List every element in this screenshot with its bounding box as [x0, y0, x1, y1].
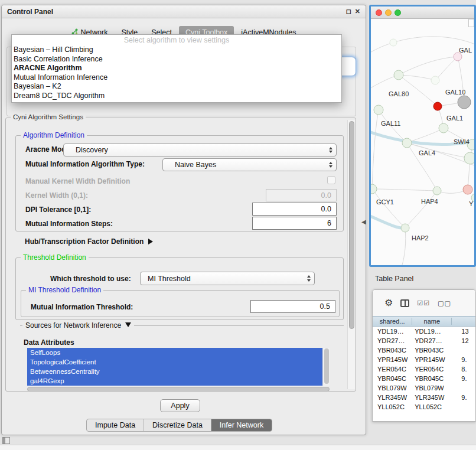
combo-arrows-icon	[329, 147, 332, 154]
attribute-item[interactable]: SelfLoops	[27, 348, 322, 357]
attribute-item[interactable]: BetweennessCentrality	[27, 367, 322, 376]
scrollbar-thumb[interactable]	[324, 348, 329, 384]
network-node[interactable]	[439, 123, 448, 133]
column-header[interactable]: name	[412, 318, 452, 325]
bottom-tab-infer-network[interactable]: Infer Network	[211, 419, 272, 431]
network-node[interactable]	[394, 70, 403, 80]
network-node-label: GAL80	[389, 90, 409, 97]
attributes-horizontal-scrollbar[interactable]	[27, 387, 330, 392]
show-panel-icon[interactable]	[2, 437, 10, 444]
gear-icon[interactable]: ⚙	[384, 298, 393, 308]
table-cell: 9.	[452, 375, 475, 382]
mi-threshold-group: MI Threshold Definition Mutual Informati…	[21, 290, 340, 317]
column-header[interactable]: shared...	[373, 318, 412, 325]
algorithm-option[interactable]: Dream8 DC_TDC Algorithm	[12, 92, 341, 101]
dpi-tolerance-field[interactable]	[252, 203, 337, 216]
table-header: shared...name	[373, 316, 475, 327]
network-node[interactable]	[433, 102, 442, 110]
table-cell: YBR043C	[412, 347, 452, 354]
algorithm-definition-title: Algorithm Definition	[21, 131, 87, 139]
network-canvas[interactable]: GALGAL80GAL10GAL11GAL1SWI4GAL4GCY1HAP4YH…	[371, 19, 474, 266]
bottom-tab-impute-data[interactable]: Impute Data	[87, 419, 144, 431]
mi-steps-field[interactable]	[252, 217, 337, 230]
scrollbar-thumb[interactable]	[349, 121, 354, 329]
network-view-window: GALGAL80GAL10GAL11GAL1SWI4GAL4GCY1HAP4YH…	[369, 5, 476, 267]
network-node[interactable]	[431, 76, 439, 84]
splitter-collapse-icon[interactable]: ◀	[361, 219, 366, 225]
control-panel-window: Control Panel ◻ ✕ NetworkStyleSelectCyni…	[1, 5, 366, 435]
table-row[interactable]: YER054CYER054C8.	[373, 364, 475, 374]
bottom-tab-discretize-data[interactable]: Discretize Data	[144, 419, 211, 431]
network-edge	[371, 215, 405, 228]
attributes-scrollbar[interactable]	[322, 348, 330, 386]
network-node-label: GAL10	[445, 89, 465, 96]
network-node[interactable]	[402, 138, 412, 148]
table-row[interactable]: YDR27…YDR27…12	[373, 336, 475, 345]
attribute-item[interactable]: gal4RGexp	[27, 376, 322, 386]
status-bar	[0, 445, 476, 450]
settings-vertical-scrollbar[interactable]	[347, 120, 355, 389]
network-node[interactable]	[464, 152, 474, 164]
network-node[interactable]	[463, 185, 472, 194]
table-cell: YBL079W	[412, 384, 452, 392]
table-cell: 9.	[452, 394, 475, 401]
manual-kernel-checkbox[interactable]	[327, 176, 335, 184]
table-row[interactable]: YLR345WYLR345W9.	[373, 393, 475, 402]
table-row[interactable]: YPR145WYPR145W9.	[373, 355, 475, 364]
table-row[interactable]: YBR043CYBR043C	[373, 345, 475, 355]
network-node[interactable]	[390, 39, 397, 46]
table-cell: YDR27…	[412, 337, 452, 344]
cyni-algorithm-settings-group: Cyni Algorithm Settings Algorithm Defini…	[5, 118, 356, 392]
expand-arrow-icon	[148, 239, 153, 244]
network-node[interactable]	[401, 224, 409, 232]
network-node-label: GAL	[459, 47, 472, 54]
network-node[interactable]	[374, 105, 383, 115]
algorithm-option[interactable]: Mutual Information Inference	[12, 73, 341, 83]
table-cell: YLR345W	[373, 394, 412, 401]
mac-zoom-button[interactable]	[395, 9, 401, 16]
network-node[interactable]	[454, 53, 462, 61]
control-panel-title: Control Panel	[7, 8, 53, 16]
network-edge	[372, 110, 379, 189]
network-edge	[372, 189, 405, 228]
algorithm-option[interactable]: Bayesian – Hill Climbing	[12, 45, 341, 55]
sources-section-toggle[interactable]: Sources for Network Inference	[22, 321, 134, 330]
table-row[interactable]: YLL052CYLL052C	[373, 402, 475, 412]
table-cell: 12	[452, 337, 475, 344]
table-cell: 9.	[452, 356, 475, 363]
hub-section-toggle[interactable]: Hub/Transcription Factor Definition	[25, 237, 153, 246]
network-edge	[407, 128, 444, 143]
algorithm-definition-group: Algorithm Definition Aracne Mode: Discov…	[15, 135, 344, 231]
network-edge	[435, 57, 458, 80]
table-cell: YDL19…	[373, 328, 412, 335]
mi-threshold-field[interactable]	[250, 300, 335, 313]
mi-type-combo[interactable]: Naive Bayes	[162, 158, 337, 171]
which-threshold-combo[interactable]: MI Threshold	[140, 272, 315, 285]
table-row[interactable]: YDL19…YDL19…13	[373, 327, 475, 336]
aracne-mode-value: Discovery	[64, 146, 108, 154]
table-row[interactable]: YBL079WYBL079W	[373, 383, 475, 393]
algorithm-option[interactable]: ARACNE Algorithm	[12, 64, 341, 73]
network-node[interactable]	[433, 187, 441, 195]
network-node-label: GCY1	[376, 198, 394, 206]
kernel-width-field[interactable]	[266, 189, 337, 201]
algorithm-option[interactable]: Basic Correlation Inference	[12, 55, 341, 64]
table-row[interactable]: YBR045CYBR045C9.	[373, 374, 475, 383]
mi-threshold-label: Mutual Information Threshold:	[31, 303, 133, 311]
deselect-all-icon[interactable]: ▢▢	[438, 299, 451, 307]
network-node[interactable]	[371, 184, 377, 194]
columns-icon[interactable]	[400, 299, 409, 307]
attribute-item[interactable]: TopologicalCoefficient	[27, 357, 322, 367]
apply-button[interactable]: Apply	[160, 399, 200, 412]
table-cell: YBR045C	[373, 375, 412, 382]
select-all-icon[interactable]: ☑☑	[417, 299, 430, 307]
algorithm-dropdown-popup: Select algorithm to view settings Bayesi…	[11, 34, 342, 103]
algorithm-option[interactable]: Bayesian – K2	[12, 82, 341, 92]
close-icon[interactable]: ✕	[355, 8, 360, 15]
mac-minimize-button[interactable]	[385, 9, 392, 16]
network-node[interactable]	[458, 96, 471, 109]
aracne-mode-combo[interactable]: Discovery	[63, 144, 337, 156]
bottom-tabs: Impute DataDiscretize DataInfer Network	[86, 419, 272, 432]
mac-close-button[interactable]	[376, 9, 382, 16]
float-icon[interactable]: ◻	[346, 8, 351, 15]
